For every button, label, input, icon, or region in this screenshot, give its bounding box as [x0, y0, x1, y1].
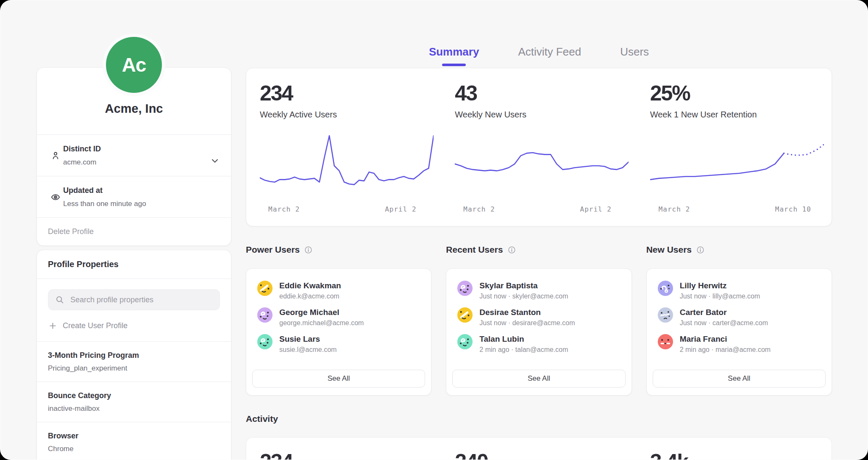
company-profile-page: Ac Acme, Inc Distinct ID acme.com — [0, 0, 868, 460]
wink-face-avatar — [257, 281, 273, 296]
user-name: Skylar Baptista — [479, 281, 568, 290]
recent-users-column: Recent Users Skylar Baptista — [446, 244, 632, 396]
recent-users-card: Skylar Baptista Just now · skyler@acme.c… — [446, 268, 632, 396]
user-lists-section: Power Users Eddie Kwakman ed — [246, 244, 832, 396]
updated-at-row: Updated at Less than one minute ago — [37, 176, 231, 217]
user-name: Lilly Herwitz — [680, 281, 760, 290]
tab-summary[interactable]: Summary — [429, 45, 479, 66]
new-users-title: New Users — [646, 245, 692, 255]
user-row[interactable]: George Michael george.michael@acme.com — [257, 307, 421, 327]
user-name: George Michael — [279, 307, 364, 317]
info-icon[interactable] — [304, 245, 313, 254]
user-subtitle: george.michael@acme.com — [279, 319, 364, 327]
week1-retention-chart — [650, 131, 824, 204]
field-value: Less than one minute ago — [63, 199, 146, 209]
x-axis-ticks: March 2 April 2 — [260, 205, 434, 215]
field-label: Updated at — [63, 185, 146, 195]
tab-activity-feed[interactable]: Activity Feed — [518, 45, 581, 66]
stat-value: 25% — [650, 81, 824, 106]
property-row[interactable]: Browser Chrome — [37, 422, 231, 460]
plus-icon — [49, 322, 57, 330]
property-label: 3-Month Pricing Program — [48, 350, 220, 360]
search-icon — [55, 295, 64, 304]
zigzag-face-avatar — [658, 307, 673, 323]
squiggle-face-avatar — [457, 281, 473, 296]
person-icon — [48, 144, 63, 167]
info-icon[interactable] — [696, 245, 705, 254]
profile-properties-card: Profile Properties Create User Profile — [36, 250, 231, 460]
power-users-header: Power Users — [246, 244, 431, 256]
property-row[interactable]: 3-Month Pricing Program Pricing_plan_exp… — [37, 342, 231, 382]
property-label: Browser — [48, 431, 220, 441]
stat-week1-retention: 25% Week 1 New User Retention March 2 Ma… — [637, 68, 832, 226]
activity-stat: 240 — [441, 438, 636, 460]
user-name: Carter Bator — [680, 307, 768, 317]
user-row[interactable]: Carter Bator Just now · carter@acme.com — [658, 307, 821, 327]
user-name: Susie Lars — [279, 334, 337, 344]
x-tick: April 2 — [580, 205, 612, 213]
tab-users[interactable]: Users — [620, 45, 649, 66]
see-all-button[interactable]: See All — [252, 370, 425, 388]
stat-label: Weekly New Users — [455, 110, 629, 120]
recent-users-header: Recent Users — [446, 244, 632, 256]
recent-users-title: Recent Users — [446, 245, 503, 255]
property-row[interactable]: Bounce Category inactive-mailbox — [37, 382, 231, 422]
user-name: Maria Franci — [680, 334, 771, 344]
activity-card: 234 240 3.4k — [246, 437, 832, 460]
chevron-down-icon[interactable] — [210, 156, 220, 166]
property-label: Bounce Category — [48, 390, 220, 401]
new-users-column: New Users Lilly Herwitz Just — [646, 244, 832, 396]
wink-face-avatar — [457, 307, 473, 323]
distinct-id-row: Distinct ID acme.com — [37, 135, 231, 176]
tab-users-label: Users — [620, 45, 649, 58]
field-value: acme.com — [63, 158, 101, 167]
profile-properties-search — [48, 289, 220, 310]
create-user-profile-button[interactable]: Create User Profile — [37, 310, 231, 341]
x-tick: April 2 — [385, 205, 416, 213]
user-row[interactable]: Desirae Stanton Just now · desirare@acme… — [457, 307, 621, 327]
delete-profile-button[interactable]: Delete Profile — [37, 218, 231, 245]
property-value: Pricing_plan_experiment — [48, 364, 220, 373]
user-name: Eddie Kwakman — [279, 281, 341, 290]
info-icon[interactable] — [507, 245, 516, 254]
x-tick: March 2 — [463, 205, 495, 213]
eye-icon — [48, 185, 63, 209]
company-avatar-initials: Ac — [122, 53, 146, 76]
activity-stat-value: 3.4k — [650, 449, 824, 460]
tab-summary-label: Summary — [429, 45, 479, 58]
user-row[interactable]: Maria Franci 2 min ago · maria@acme.com — [658, 334, 821, 354]
user-subtitle: 2 min ago · talan@acme.com — [479, 346, 568, 354]
note-face-avatar — [658, 281, 673, 296]
user-row[interactable]: Susie Lars susie.l@acme.com — [257, 334, 421, 354]
x-axis-ticks: March 2 March 10 — [650, 205, 824, 215]
see-all-button[interactable]: See All — [452, 370, 625, 388]
active-tab-underline — [442, 64, 466, 66]
user-subtitle: Just now · desirare@acme.com — [479, 319, 575, 327]
search-profile-properties-input[interactable] — [70, 295, 213, 305]
see-all-button[interactable]: See All — [653, 370, 826, 388]
create-user-profile-label: Create User Profile — [63, 321, 128, 330]
stat-weekly-new-users: 43 Weekly New Users March 2 April 2 — [441, 68, 636, 226]
property-value: Chrome — [48, 444, 220, 454]
user-subtitle: eddie.k@acme.com — [279, 293, 341, 300]
user-row[interactable]: Lilly Herwitz Just now · lilly@acme.com — [658, 281, 821, 300]
power-users-card: Eddie Kwakman eddie.k@acme.com George Mi… — [246, 268, 431, 396]
user-row[interactable]: Talan Lubin 2 min ago · talan@acme.com — [457, 334, 621, 354]
squiggle-face-avatar — [257, 307, 273, 323]
activity-stat: 3.4k — [637, 438, 832, 460]
stat-label: Weekly Active Users — [260, 110, 434, 120]
x-tick: March 2 — [268, 205, 300, 213]
profile-properties-title: Profile Properties — [37, 250, 231, 279]
new-users-card: Lilly Herwitz Just now · lilly@acme.com … — [646, 268, 832, 396]
power-users-column: Power Users Eddie Kwakman ed — [246, 244, 431, 396]
stat-value: 234 — [260, 81, 434, 106]
property-value: inactive-mailbox — [48, 404, 220, 413]
activity-title: Activity — [246, 414, 278, 424]
user-row[interactable]: Skylar Baptista Just now · skyler@acme.c… — [457, 281, 621, 300]
user-subtitle: 2 min ago · maria@acme.com — [680, 346, 771, 354]
user-name: Desirae Stanton — [479, 307, 575, 317]
user-row[interactable]: Eddie Kwakman eddie.k@acme.com — [257, 281, 421, 300]
company-profile-card: Acme, Inc Distinct ID acme.com — [36, 67, 231, 246]
company-avatar: Ac — [106, 37, 162, 93]
dash-face-avatar — [658, 334, 673, 349]
